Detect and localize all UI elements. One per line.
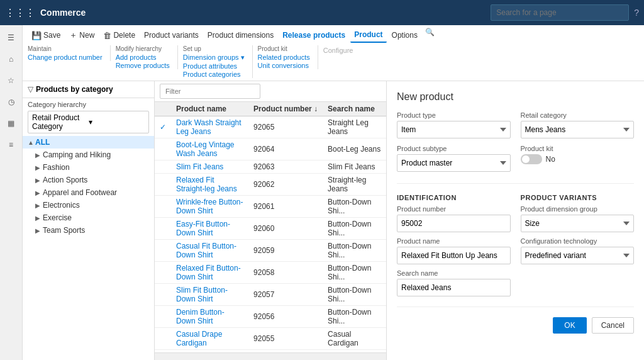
product-name-link[interactable]: Relaxed Fit Button-Down Shirt [176,264,241,281]
row-product-name[interactable]: Easy-Fit Button-Down Shirt [171,218,248,240]
row-product-number: 92059 [248,240,323,262]
new-button[interactable]: ＋ New [65,28,98,43]
product-name-link[interactable]: Slim Fit Button-Down Shirt [176,286,228,303]
tree-item-all[interactable]: ▲ ALL [23,136,154,149]
category-dropdown[interactable]: Retail Product Category ▾ [28,111,149,133]
table-row[interactable]: Boot-Leg Vintage Wash Jeans 92064 Boot-L… [155,138,386,160]
product-subtype-select[interactable]: Product master Product [397,154,511,172]
unit-conversions-link[interactable]: Unit conversions [258,62,310,69]
filter-input[interactable] [160,84,260,99]
row-check[interactable] [155,306,171,328]
product-tab-button[interactable]: Product [350,28,386,43]
row-product-name[interactable]: Wrinkle-free Button-Down Shirt [171,196,248,218]
table-row[interactable]: Easy-Fit Button-Down Shirt 92060 Button-… [155,218,386,240]
grid-menu-icon[interactable]: ⋮⋮⋮ [5,7,35,19]
table-row[interactable]: Casual Fit Button-Down Shirt 92059 Butto… [155,240,386,262]
ok-button[interactable]: OK [553,317,586,334]
row-product-name[interactable]: Casual Fit Button-Down Shirt [171,240,248,262]
table-row[interactable]: Slim Fit Button-Down Shirt 92057 Button-… [155,284,386,306]
product-kit-toggle[interactable] [521,154,542,164]
product-name-link[interactable]: Casual Drape Cardigan [176,330,222,347]
row-check[interactable]: ✓ [155,116,171,138]
tree-item-apparel[interactable]: ▶ Apparel and Footwear [23,186,154,199]
row-product-name[interactable]: Slim Fit Button-Down Shirt [171,284,248,306]
search-name-input[interactable] [397,279,511,296]
product-name-link[interactable]: Wrinkle-free Button-Down Shirt [176,198,243,215]
table-row[interactable]: ✓ Dark Wash Straight Leg Jeans 92065 Str… [155,116,386,138]
retail-category-select[interactable]: Mens Jeans [521,121,635,138]
clock-icon[interactable]: ◷ [1,92,21,112]
table-row[interactable]: Casual Drape Cardigan 92055 Casual Cardi… [155,328,386,350]
product-name-link[interactable]: Boot-Leg Vintage Wash Jeans [176,140,235,158]
col-product-name[interactable]: Product name [171,102,248,116]
filter-icon[interactable]: ▽ [28,85,33,94]
row-check[interactable] [155,138,171,160]
row-product-name[interactable]: Denim Button-Down Shirt [171,306,248,328]
product-type-select[interactable]: Item Service [397,121,511,138]
search-input[interactable] [491,4,629,21]
table-row[interactable]: Denim Button-Down Shirt 92056 Button-Dow… [155,306,386,328]
product-name-link[interactable]: Slim Fit Jeans [176,162,223,171]
tree-item-fashion[interactable]: ▶ Fashion [23,161,154,174]
search-ribbon-icon[interactable]: 🔍 [425,28,435,43]
change-product-number-link[interactable]: Change product number [28,53,103,61]
panel-title: Products by category [36,85,113,94]
options-button[interactable]: Options [388,28,421,43]
table-row[interactable]: Relaxed Fit Straight-leg Jeans 92062 Str… [155,174,386,196]
product-name-link[interactable]: Dark Wash Straight Leg Jeans [176,118,242,136]
row-check[interactable] [155,218,171,240]
row-check[interactable] [155,262,171,284]
add-products-link[interactable]: Add products [116,53,170,61]
remove-products-link[interactable]: Remove products [116,62,170,69]
tree-item-camping[interactable]: ▶ Camping and Hiking [23,149,154,161]
product-dimensions-button[interactable]: Product dimensions [204,28,277,43]
tree-item-electronics[interactable]: ▶ Electronics [23,199,154,211]
save-button[interactable]: 💾 Save [28,28,64,43]
expand-icon: ▶ [35,227,43,234]
table-row[interactable]: Relaxed Fit Button-Down Shirt 92058 Butt… [155,262,386,284]
product-number-input[interactable] [397,215,511,232]
row-check[interactable] [155,284,171,306]
row-check[interactable] [155,174,171,196]
list-icon[interactable]: ≡ [1,135,21,155]
product-variants-button[interactable]: Product variants [140,28,203,43]
help-icon[interactable]: ? [634,8,639,18]
product-name-link[interactable]: Denim Button-Down Shirt [176,308,225,325]
product-attributes-link[interactable]: Product attributes [183,62,245,70]
row-product-name[interactable]: Dark Wash Straight Leg Jeans [171,116,248,138]
row-check[interactable] [155,160,171,174]
horizontal-scrollbar[interactable] [155,352,386,360]
tree-item-action-sports[interactable]: ▶ Action Sports [23,174,154,186]
row-product-name[interactable]: Casual Drape Cardigan [171,328,248,350]
product-name-link[interactable]: Easy-Fit Button-Down Shirt [176,220,230,237]
row-product-name[interactable]: Relaxed Fit Straight-leg Jeans [171,174,248,196]
row-product-name[interactable]: Relaxed Fit Button-Down Shirt [171,262,248,284]
row-product-name[interactable]: Boot-Leg Vintage Wash Jeans [171,138,248,160]
tree-item-exercise[interactable]: ▶ Exercise [23,211,154,224]
row-check[interactable] [155,240,171,262]
home-icon[interactable]: ⌂ [1,49,21,69]
product-name-input[interactable] [397,247,511,264]
col-product-number[interactable]: Product number ↓ [248,102,323,116]
product-name-link[interactable]: Relaxed Fit Straight-leg Jeans [176,176,237,193]
table-row[interactable]: Wrinkle-free Button-Down Shirt 92061 But… [155,196,386,218]
dimension-groups-link[interactable]: Dimension groups ▾ [183,53,245,62]
delete-button[interactable]: 🗑 Delete [99,28,139,43]
dashboard-icon[interactable]: ▦ [1,113,21,133]
cancel-button[interactable]: Cancel [592,317,634,334]
star-icon[interactable]: ☆ [1,70,21,91]
config-tech-select[interactable]: Predefined variant Constraint based [521,247,635,264]
menu-hamburger-icon[interactable]: ☰ [1,28,21,48]
col-search-name[interactable]: Search name [323,102,386,116]
related-products-link[interactable]: Related products [258,53,310,61]
product-name-link[interactable]: Casual Fit Button-Down Shirt [176,242,236,259]
tree-item-team-sports[interactable]: ▶ Team Sports [23,224,154,237]
product-categories-link[interactable]: Product categories [183,70,245,78]
row-check[interactable] [155,196,171,218]
release-products-button[interactable]: Release products [279,28,349,43]
table-row[interactable]: Slim Fit Jeans 92063 Slim Fit Jeans [155,160,386,174]
row-product-name[interactable]: Slim Fit Jeans [171,160,248,174]
table-scroll[interactable]: Product name Product number ↓ Search nam… [155,102,386,352]
row-check[interactable] [155,328,171,350]
dimension-group-select[interactable]: Size [521,215,635,232]
